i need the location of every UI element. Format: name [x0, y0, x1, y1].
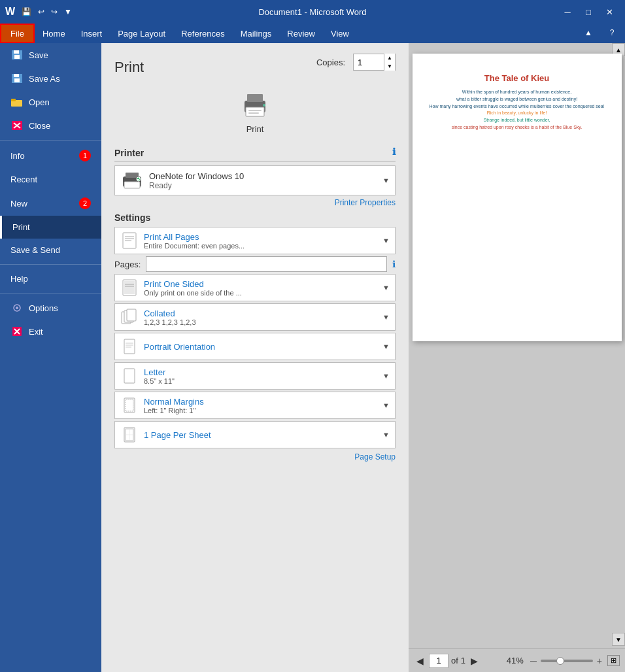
sidebar-item-open[interactable]: Open — [0, 90, 101, 114]
tab-references[interactable]: References — [173, 24, 232, 43]
orientation-icon — [120, 337, 139, 356]
svg-point-22 — [263, 104, 265, 107]
setting-row-persheet[interactable]: 1 Page Per Sheet ▼ — [114, 421, 396, 448]
page-setup-link[interactable]: Page Setup — [114, 452, 396, 462]
print-header: Print Copies: 1 ▲ ▼ — [114, 54, 396, 81]
tab-review[interactable]: Review — [279, 24, 323, 43]
paper-setting-text: Letter 8.5" x 11" — [144, 367, 382, 385]
prev-page-button[interactable]: ◀ — [414, 654, 426, 667]
zoom-slider[interactable] — [541, 660, 593, 662]
pages-setting-text: Print All Pages Entire Document: even pa… — [144, 232, 382, 250]
sidebar-item-exit[interactable]: Exit — [0, 320, 101, 343]
tab-home[interactable]: Home — [35, 24, 73, 43]
tab-insert[interactable]: Insert — [73, 24, 110, 43]
copies-down-button[interactable]: ▼ — [384, 62, 395, 71]
paper-setting-sub: 8.5" x 11" — [144, 377, 382, 385]
setting-row-orientation[interactable]: Portrait Orientation ▼ — [114, 333, 396, 360]
copies-up-button[interactable]: ▲ — [384, 54, 395, 62]
zoom-slider-thumb[interactable] — [556, 657, 564, 665]
help-label: Help — [10, 274, 28, 284]
svg-rect-37 — [127, 309, 136, 321]
recent-label: Recent — [10, 175, 37, 184]
sidebar-item-saveas[interactable]: Save As — [0, 67, 101, 90]
doc-line-4: Rich in beauty, unlucky in life! — [429, 110, 604, 116]
copies-spinbox: 1 ▲ ▼ — [353, 54, 396, 71]
customize-qat-button[interactable]: ▼ — [61, 6, 75, 18]
restore-button[interactable]: □ — [578, 1, 599, 22]
pages-info-icon[interactable]: ℹ — [392, 259, 396, 269]
doc-line-1: Within the span of hundred years of huma… — [429, 89, 604, 95]
new-badge: 2 — [79, 197, 91, 209]
setting-row-collated[interactable]: Collated 1,2,3 1,2,3 1,2,3 ▼ — [114, 303, 396, 331]
info-badge: 1 — [79, 150, 91, 161]
doc-line-5: Strange indeed, but little wonder, — [429, 117, 604, 124]
tab-mailings[interactable]: Mailings — [233, 24, 280, 43]
printer-selector[interactable]: OneNote for Windows 10 Ready ▼ — [114, 165, 396, 195]
zoom-in-button[interactable]: + — [596, 656, 603, 666]
svg-rect-2 — [14, 55, 20, 59]
zoom-controls: 41% ─ + ⊞ — [507, 655, 620, 666]
svg-rect-5 — [14, 78, 20, 82]
bottom-bar: ◀ of 1 ▶ 41% ─ + ⊞ — [409, 648, 625, 672]
margins-icon — [120, 396, 139, 414]
zoom-out-button[interactable]: ─ — [529, 656, 538, 666]
setting-row-paper[interactable]: Letter 8.5" x 11" ▼ — [114, 362, 396, 390]
printer-info-icon[interactable]: ℹ — [392, 146, 396, 157]
svg-rect-18 — [247, 94, 263, 102]
save-qat-button[interactable]: 💾 — [19, 6, 34, 18]
margins-setting-sub: Left: 1" Right: 1" — [144, 407, 382, 414]
sidebar-item-save[interactable]: Save — [0, 43, 101, 67]
zoom-fit-button[interactable]: ⊞ — [607, 655, 620, 666]
printer-properties-link[interactable]: Printer Properties — [114, 198, 396, 207]
print-button-area: Print — [114, 89, 396, 135]
main-container: Save Save As Open Close Info 1 Recent — [0, 43, 625, 672]
sidebar-item-info[interactable]: Info 1 — [0, 143, 101, 168]
savesend-label: Save & Send — [10, 245, 60, 255]
print-button[interactable]: Print — [229, 89, 281, 135]
info-label: Info — [10, 151, 25, 161]
print-main-title: Print — [114, 59, 144, 76]
orientation-dropdown-arrow: ▼ — [382, 343, 390, 350]
sidebar-item-new[interactable]: New 2 — [0, 191, 101, 216]
print-panel: Print Copies: 1 ▲ ▼ — [101, 43, 625, 672]
tab-view[interactable]: View — [323, 24, 357, 43]
open-icon — [10, 97, 24, 107]
sidebar-item-options[interactable]: Options — [0, 296, 101, 320]
printer-section-label: Printer ℹ — [114, 148, 396, 161]
sides-icon — [120, 278, 139, 297]
setting-row-sides[interactable]: Print One Sided Only print on one side o… — [114, 274, 396, 301]
persheet-setting-text: 1 Page Per Sheet — [144, 430, 382, 440]
pages-input[interactable] — [146, 256, 387, 272]
sides-setting-text: Print One Sided Only print on one side o… — [144, 279, 382, 297]
sidebar-item-print[interactable]: Print — [0, 216, 101, 239]
setting-row-margins[interactable]: Normal Margins Left: 1" Right: 1" ▼ — [114, 392, 396, 419]
current-page-input[interactable] — [429, 654, 448, 668]
margins-dropdown-arrow: ▼ — [382, 401, 390, 409]
sidebar-item-savesend[interactable]: Save & Send — [0, 239, 101, 261]
svg-rect-24 — [126, 173, 139, 178]
next-page-button[interactable]: ▶ — [468, 654, 481, 667]
minimize-button[interactable]: ─ — [557, 1, 578, 22]
tab-file[interactable]: File — [0, 24, 35, 43]
preview-scroll-down-button[interactable]: ▼ — [612, 633, 625, 646]
ribbon-help-up-button[interactable]: ▲ — [578, 22, 599, 43]
ribbon-help-button[interactable]: ? — [601, 22, 622, 43]
svg-rect-42 — [124, 369, 135, 383]
pages-setting-sub: Entire Document: even pages... — [144, 242, 382, 250]
close-icon — [10, 120, 24, 131]
tab-pagelayout[interactable]: Page Layout — [110, 24, 173, 43]
sidebar-item-close[interactable]: Close — [0, 114, 101, 137]
setting-row-pages[interactable]: Print All Pages Entire Document: even pa… — [114, 227, 396, 254]
undo-button[interactable]: ↩ — [35, 6, 47, 18]
sidebar-item-recent[interactable]: Recent — [0, 168, 101, 191]
pages-dropdown-arrow: ▼ — [382, 237, 390, 244]
quick-access-toolbar: W 💾 ↩ ↪ ▼ — [5, 6, 75, 18]
print-settings-panel: Print Copies: 1 ▲ ▼ — [101, 43, 409, 672]
close-button[interactable]: ✕ — [599, 1, 620, 22]
redo-button[interactable]: ↪ — [48, 6, 60, 18]
paper-setting-main: Letter — [144, 367, 382, 377]
sidebar-item-help[interactable]: Help — [0, 267, 101, 290]
spin-buttons: ▲ ▼ — [384, 54, 395, 71]
settings-section: Settings Print All Pages — [114, 212, 396, 448]
sides-setting-main: Print One Sided — [144, 279, 382, 289]
